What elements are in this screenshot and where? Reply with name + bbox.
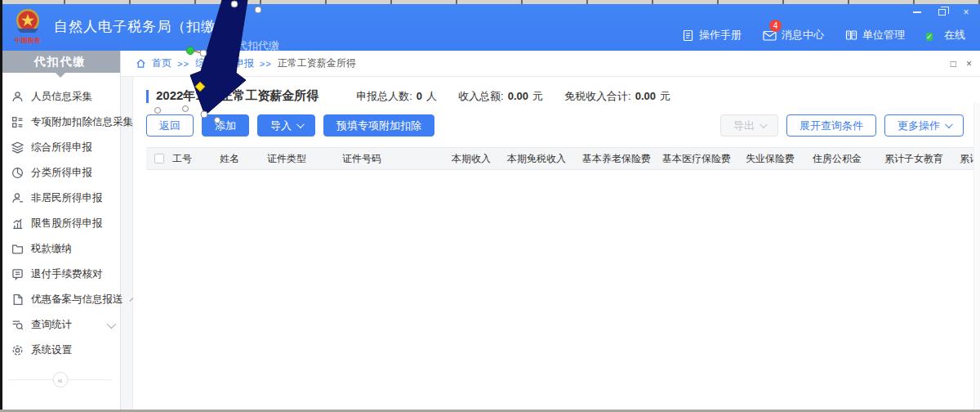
menu-item-manual[interactable]: 操作手册 — [682, 28, 742, 43]
home-icon — [136, 58, 146, 69]
column-header[interactable]: 基本医疗保险费 — [654, 152, 736, 166]
sidebar-item-label: 专项附加扣除信息采集 — [31, 115, 133, 129]
menu-item-label: 消息中心 — [782, 28, 824, 43]
sidebar-item-classified-income[interactable]: 分类所得申报 — [0, 160, 120, 186]
online-check-icon: ✓ — [926, 29, 939, 42]
sidebar-item-label: 综合所得申报 — [31, 141, 92, 154]
export-button[interactable]: 导出 — [720, 114, 778, 137]
toolbar: 返回 添加 导入 预填专项附加扣除 导出 展开查询条件 更多操作 — [146, 114, 964, 137]
add-button[interactable]: 添加 — [202, 114, 249, 137]
breadcrumb-section[interactable]: 综合所得申报 — [195, 56, 254, 70]
sidebar-collapse-area: « — [0, 371, 120, 389]
sidebar-item-comprehensive-income[interactable]: 综合所得申报 — [0, 135, 120, 160]
chevron-down-icon — [296, 120, 305, 128]
app-title: 自然人电子税务局（扣缴端） — [54, 17, 245, 36]
gear-icon — [11, 344, 24, 356]
folder-icon — [11, 243, 24, 255]
menu-item-messages[interactable]: 4 消息中心 — [763, 28, 824, 43]
online-status-label: 在线 — [944, 28, 965, 43]
select-all-checkbox[interactable] — [154, 154, 164, 163]
column-header[interactable]: 证件类型 — [259, 152, 334, 166]
sidebar-item-preferential-filing[interactable]: 优惠备案与信息报送 — [0, 287, 120, 312]
column-header[interactable]: 证件号码 — [334, 152, 434, 166]
manual-icon — [682, 29, 694, 42]
toolbar-right-group: 导出 展开查询条件 更多操作 — [720, 114, 964, 137]
sidebar-item-nonresident-income[interactable]: 非居民所得申报 — [0, 186, 120, 211]
stat-taxfree-income: 免税收入合计:0.00元 — [564, 89, 670, 104]
inner-restore-button[interactable]: □ — [951, 58, 956, 69]
grid-list-icon — [11, 116, 24, 128]
menu-item-unit-management[interactable]: 单位管理 — [845, 28, 905, 43]
minimize-button[interactable] — [911, 7, 923, 18]
stat-total-people: 申报总人数:0人 — [356, 89, 437, 104]
person-badge-icon — [11, 192, 24, 204]
column-header[interactable]: 姓名 — [212, 152, 259, 166]
menu-item-label: 操作手册 — [699, 28, 742, 43]
inner-close-button[interactable]: × — [966, 58, 972, 69]
bar-chart-icon — [11, 217, 24, 230]
message-count-badge: 4 — [769, 20, 782, 32]
more-actions-button[interactable]: 更多操作 — [884, 114, 964, 137]
page-title: 2022年11月正常工资薪金所得 — [156, 88, 318, 104]
prefill-special-deduction-button[interactable]: 预填专项附加扣除 — [323, 114, 434, 137]
column-header[interactable]: 累计子女教育 — [870, 152, 951, 166]
restore-button[interactable] — [936, 7, 947, 18]
breadcrumb-current: 正常工资薪金所得 — [278, 56, 356, 70]
breadcrumb-separator: >> — [260, 59, 272, 69]
document-check-icon — [11, 268, 24, 280]
column-header[interactable]: 基本养老保险费 — [574, 152, 654, 166]
layers-icon — [11, 141, 24, 154]
sidebar-title: 代扣代缴 — [0, 51, 120, 73]
column-header[interactable]: 本期免税收入 — [499, 152, 574, 166]
column-header[interactable]: 累计继续教育 — [951, 152, 973, 166]
vertical-scrollbar[interactable] — [973, 103, 980, 412]
close-button[interactable]: × — [960, 7, 972, 18]
sidebar-item-label: 非居民所得申报 — [31, 191, 103, 205]
column-header[interactable]: 工号 — [164, 152, 212, 166]
sidebar-item-label: 人员信息采集 — [31, 90, 92, 104]
sidebar-collapse-button[interactable]: « — [52, 372, 68, 387]
sidebar-item-special-deduction-info[interactable]: 专项附加扣除信息采集 — [0, 110, 120, 135]
sidebar-item-refund-fee-check[interactable]: 退付手续费核对 — [0, 262, 120, 287]
sidebar-item-tax-payment[interactable]: 税款缴纳 — [0, 236, 120, 262]
sidebar: 代扣代缴 人员信息采集 专项附加扣除信息采集 综合所得申报 分类所得申报 非居民… — [0, 51, 121, 412]
column-header[interactable]: 失业保险费 — [736, 152, 803, 166]
person-icon — [11, 91, 24, 103]
main-area: 首页 >> 综合所得申报 >> 正常工资薪金所得 □ × 2022年11月正常工… — [121, 51, 980, 412]
chevron-down-icon — [945, 120, 953, 128]
sidebar-item-query-statistics[interactable]: 查询统计 — [0, 312, 120, 338]
file-icon — [11, 293, 24, 306]
table-header: 工号 姓名 证件类型 证件号码 本期收入 本期免税收入 基本养老保险费 基本医疗… — [146, 147, 973, 170]
minimize-icon — [913, 11, 921, 13]
import-button[interactable]: 导入 — [257, 114, 315, 137]
stat-total-income: 收入总额:0.00元 — [458, 89, 543, 104]
breadcrumb-home[interactable]: 首页 — [152, 56, 172, 70]
sidebar-item-label: 查询统计 — [31, 318, 72, 332]
breadcrumb-separator: >> — [177, 59, 189, 69]
column-header[interactable]: 本期收入 — [434, 152, 499, 166]
search-list-icon — [11, 319, 24, 331]
sidebar-item-personnel-info[interactable]: 人员信息采集 — [0, 84, 120, 110]
back-button[interactable]: 返回 — [146, 114, 194, 137]
sidebar-item-label: 退付手续费核对 — [31, 267, 103, 281]
window-left-edge — [0, 0, 2, 412]
sidebar-item-restricted-shares[interactable]: 限售股所得申报 — [0, 211, 120, 236]
menu-item-label: 单位管理 — [862, 28, 905, 43]
organization-icon — [845, 29, 858, 41]
sidebar-item-label: 优惠备案与信息报送 — [31, 293, 123, 307]
title-accent-bar — [146, 90, 149, 103]
app-header: 中国税务 自然人电子税务局（扣缴端） 代扣代缴 × 操作手册 4 消息中心 — [0, 4, 980, 51]
column-header[interactable]: 住房公积金 — [803, 152, 870, 166]
online-status[interactable]: ✓ 在线 — [926, 28, 965, 43]
module-tab[interactable]: 代扣代缴 — [237, 38, 279, 53]
window-controls: × — [911, 6, 972, 19]
header-menu: 操作手册 4 消息中心 单位管理 ✓ 在线 — [682, 28, 965, 43]
chevron-down-icon — [760, 120, 768, 128]
sidebar-item-system-settings[interactable]: 系统设置 — [0, 338, 120, 363]
expand-query-button[interactable]: 展开查询条件 — [786, 114, 876, 137]
summary-stats: 申报总人数:0人 收入总额:0.00元 免税收入合计:0.00元 — [356, 89, 670, 104]
sidebar-menu: 人员信息采集 专项附加扣除信息采集 综合所得申报 分类所得申报 非居民所得申报 — [0, 73, 120, 363]
sidebar-item-label: 系统设置 — [31, 343, 72, 357]
inner-window-controls: □ × — [951, 51, 972, 77]
pie-chart-icon — [11, 167, 24, 179]
